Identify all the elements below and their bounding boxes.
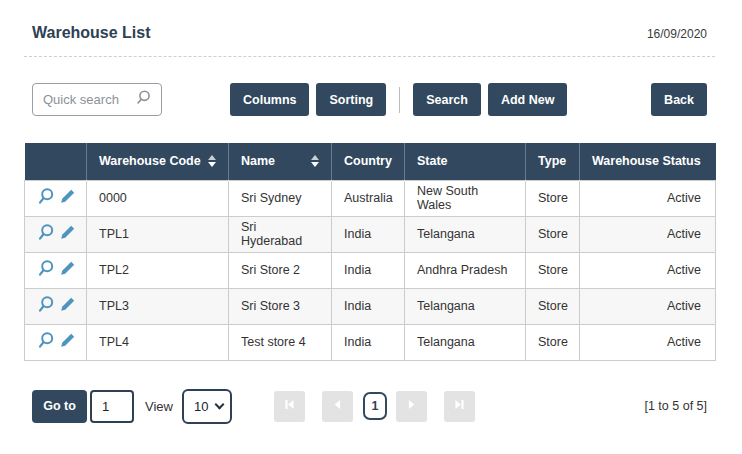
current-page-button[interactable]: 1 <box>363 392 387 420</box>
pencil-icon <box>59 193 76 208</box>
quick-search-box[interactable] <box>32 83 162 116</box>
table-header-row: Warehouse Code Name Country State Type W… <box>25 143 716 180</box>
view-row-button[interactable] <box>36 223 56 242</box>
sort-icon <box>208 155 216 167</box>
cell-type: Store <box>526 252 580 288</box>
magnifier-icon <box>36 194 56 209</box>
pencil-icon <box>59 265 76 280</box>
quick-search-input[interactable] <box>43 92 135 107</box>
column-header-state: State <box>405 143 526 180</box>
toolbar: Columns Sorting Search Add New Back <box>24 83 715 116</box>
cell-country: India <box>332 288 405 324</box>
column-header-label: Name <box>241 154 275 168</box>
table-row: TPL1 Sri Hyderabad India Telangana Store… <box>25 216 716 252</box>
next-page-button[interactable] <box>396 391 427 422</box>
cell-country: Australia <box>332 180 405 216</box>
record-range-text: [1 to 5 of 5] <box>644 399 707 413</box>
column-header-country: Country <box>332 143 405 180</box>
magnifier-icon <box>36 338 56 353</box>
cell-name: Test store 4 <box>229 324 332 360</box>
pencil-icon <box>59 301 76 316</box>
cell-state: Andhra Pradesh <box>405 252 526 288</box>
magnifier-icon <box>36 302 56 317</box>
row-actions-cell <box>25 324 87 360</box>
edit-row-button[interactable] <box>59 224 76 241</box>
pencil-icon <box>59 337 76 352</box>
edit-row-button[interactable] <box>59 188 76 205</box>
cell-warehouse-status: Active <box>580 216 716 252</box>
cell-type: Store <box>526 180 580 216</box>
cell-warehouse-status: Active <box>580 180 716 216</box>
search-button[interactable]: Search <box>413 83 481 116</box>
action-buttons-group: Search Add New <box>413 83 567 116</box>
previous-page-button[interactable] <box>322 391 353 422</box>
toolbar-divider <box>399 87 400 113</box>
cell-warehouse-status: Active <box>580 252 716 288</box>
cell-country: India <box>332 324 405 360</box>
sorting-button[interactable]: Sorting <box>316 83 386 116</box>
cell-name: Sri Sydney <box>229 180 332 216</box>
goto-page-button[interactable]: Go to <box>32 390 87 423</box>
back-button[interactable]: Back <box>651 83 707 116</box>
cell-state: New South Wales <box>405 180 526 216</box>
magnifier-icon <box>36 230 56 245</box>
cell-name: Sri Store 2 <box>229 252 332 288</box>
table-row: TPL2 Sri Store 2 India Andhra Pradesh St… <box>25 252 716 288</box>
view-row-button[interactable] <box>36 187 56 206</box>
page-header: Warehouse List 16/09/2020 <box>24 0 715 57</box>
previous-page-icon <box>331 398 344 414</box>
page-size-select[interactable]: 10 <box>182 389 232 424</box>
cell-warehouse-code: 0000 <box>87 180 229 216</box>
warehouse-list-page: Warehouse List 16/09/2020 Columns Sortin… <box>0 0 742 454</box>
cell-state: Telangana <box>405 288 526 324</box>
column-header-warehouse-code[interactable]: Warehouse Code <box>87 143 229 180</box>
warehouse-table: Warehouse Code Name Country State Type W… <box>24 143 716 361</box>
edit-row-button[interactable] <box>59 296 76 313</box>
column-header-warehouse-status: Warehouse Status <box>580 143 716 180</box>
first-page-icon <box>283 398 296 414</box>
column-header-label: Warehouse Code <box>99 154 201 168</box>
cell-type: Store <box>526 324 580 360</box>
page-title: Warehouse List <box>32 24 151 42</box>
view-row-button[interactable] <box>36 331 56 350</box>
cell-warehouse-code: TPL4 <box>87 324 229 360</box>
cell-type: Store <box>526 216 580 252</box>
column-header-name[interactable]: Name <box>229 143 332 180</box>
column-header-type: Type <box>526 143 580 180</box>
row-actions-cell <box>25 288 87 324</box>
edit-row-button[interactable] <box>59 260 76 277</box>
cell-name: Sri Hyderabad <box>229 216 332 252</box>
view-row-button[interactable] <box>36 295 56 314</box>
cell-warehouse-status: Active <box>580 324 716 360</box>
row-actions-cell <box>25 180 87 216</box>
pencil-icon <box>59 229 76 244</box>
edit-row-button[interactable] <box>59 332 76 349</box>
cell-warehouse-code: TPL1 <box>87 216 229 252</box>
view-buttons-group: Columns Sorting <box>230 83 386 116</box>
cell-type: Store <box>526 288 580 324</box>
next-page-icon <box>405 398 418 414</box>
goto-page-input[interactable] <box>90 390 134 423</box>
magnifier-icon <box>36 266 56 281</box>
current-date: 16/09/2020 <box>647 27 707 42</box>
last-page-button[interactable] <box>444 391 475 422</box>
table-row: 0000 Sri Sydney Australia New South Wale… <box>25 180 716 216</box>
pagination-bar: Go to View 10 1 [1 to 5 of 5] <box>24 389 715 424</box>
add-new-button[interactable]: Add New <box>488 83 567 116</box>
row-actions-cell <box>25 252 87 288</box>
column-header-actions <box>25 143 87 180</box>
cell-name: Sri Store 3 <box>229 288 332 324</box>
cell-state: Telangana <box>405 324 526 360</box>
last-page-icon <box>453 398 466 414</box>
columns-button[interactable]: Columns <box>230 83 309 116</box>
cell-warehouse-code: TPL3 <box>87 288 229 324</box>
cell-state: Telangana <box>405 216 526 252</box>
row-actions-cell <box>25 216 87 252</box>
table-row: TPL3 Sri Store 3 India Telangana Store A… <box>25 288 716 324</box>
search-icon <box>135 89 152 110</box>
sort-icon <box>311 155 319 167</box>
first-page-button[interactable] <box>274 391 305 422</box>
table-row: TPL4 Test store 4 India Telangana Store … <box>25 324 716 360</box>
page-nav-buttons: 1 <box>274 391 475 422</box>
view-row-button[interactable] <box>36 259 56 278</box>
